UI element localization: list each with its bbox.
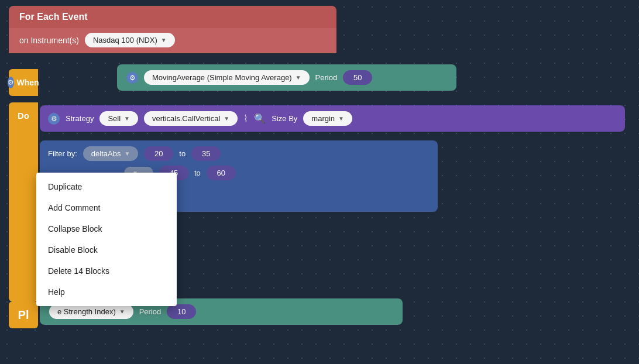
filter-to-label-1: to: [179, 149, 185, 158]
size-by-arrow-icon: ▼: [338, 115, 344, 122]
filter-by-label: Filter by:: [48, 149, 77, 158]
strategy-type-arrow-icon: ▼: [224, 115, 229, 122]
for-each-header: For Each Event: [9, 6, 336, 28]
size-by-dropdown[interactable]: margin ▼: [303, 111, 352, 126]
moving-average-block: ⚙ MovingAverage (Simple Moving Average) …: [117, 64, 456, 91]
sell-arrow-icon: ▼: [124, 115, 130, 122]
filter-to-value-2[interactable]: 60: [207, 166, 236, 180]
filter-to-label-2: to: [194, 169, 201, 177]
instrument-arrow-icon: ▼: [161, 37, 167, 43]
rsi-indicator-dropdown[interactable]: e Strength Index) ▼: [49, 304, 133, 319]
rsi-period-label: Period: [139, 307, 162, 316]
ma-arrow-icon: ▼: [296, 74, 301, 81]
rsi-period-value[interactable]: 10: [167, 304, 196, 319]
plus-block[interactable]: Pl: [9, 301, 38, 328]
for-each-title: For Each Event: [19, 12, 87, 22]
context-menu: Duplicate Add Comment Collapse Block Dis…: [36, 173, 177, 306]
filter-field-arrow-icon: ▼: [124, 150, 130, 157]
rsi-indicator-value: e Strength Index): [57, 307, 116, 316]
filter-field-dropdown[interactable]: deltaAbs ▼: [83, 146, 139, 161]
filter-to-value-1[interactable]: 35: [191, 146, 221, 161]
rsi-arrow-icon: ▼: [119, 308, 125, 315]
for-each-block: For Each Event on Instrument(s) Nasdaq 1…: [9, 6, 336, 53]
context-menu-item-delete[interactable]: Delete 14 Blocks: [36, 260, 177, 281]
when-label: When: [16, 78, 39, 87]
instrument-row: on Instrument(s) Nasdaq 100 (NDX) ▼: [9, 28, 336, 53]
filter-from-value-1[interactable]: 20: [144, 146, 173, 161]
when-notch: ⚙ When: [9, 69, 38, 96]
ma-gear-icon: ⚙: [126, 72, 138, 84]
blocks-area: For Each Event on Instrument(s) Nasdaq 1…: [0, 0, 639, 364]
size-by-label: Size By: [272, 114, 297, 123]
instrument-label: on Instrument(s): [19, 36, 79, 45]
when-gear-icon: ⚙: [8, 77, 14, 88]
ma-indicator-dropdown[interactable]: MovingAverage (Simple Moving Average) ▼: [144, 70, 310, 85]
strategy-gear-icon: ⚙: [48, 113, 60, 125]
context-menu-item-help[interactable]: Help: [36, 281, 177, 303]
filter-field-value: deltaAbs: [91, 149, 121, 158]
strategy-label: Strategy: [66, 114, 94, 123]
ma-indicator-value: MovingAverage (Simple Moving Average): [152, 73, 292, 82]
context-menu-item-add-comment[interactable]: Add Comment: [36, 197, 177, 218]
chart-line-icon: ⌇: [243, 113, 248, 124]
sell-dropdown[interactable]: Sell ▼: [99, 111, 138, 126]
context-menu-item-collapse[interactable]: Collapse Block: [36, 218, 177, 239]
chart-search-icon: 🔍: [254, 113, 266, 124]
do-label: Do: [18, 111, 29, 121]
strategy-type-value: verticals.CallVertical: [152, 114, 220, 123]
filter-row-1: Filter by: deltaAbs ▼ 20 to 35: [48, 146, 430, 161]
context-menu-item-duplicate[interactable]: Duplicate: [36, 176, 177, 197]
do-side: Do: [9, 102, 38, 301]
instrument-dropdown[interactable]: Nasdaq 100 (NDX) ▼: [85, 33, 175, 47]
sell-value: Sell: [108, 114, 121, 123]
ma-period-label: Period: [315, 73, 338, 82]
strategy-block: ⚙ Strategy Sell ▼ verticals.CallVertical…: [40, 105, 625, 132]
size-by-value: margin: [311, 114, 335, 123]
strategy-type-dropdown[interactable]: verticals.CallVertical ▼: [144, 111, 238, 126]
ma-period-value[interactable]: 50: [343, 70, 372, 85]
context-menu-item-disable[interactable]: Disable Block: [36, 239, 177, 260]
instrument-value: Nasdaq 100 (NDX): [93, 36, 157, 44]
